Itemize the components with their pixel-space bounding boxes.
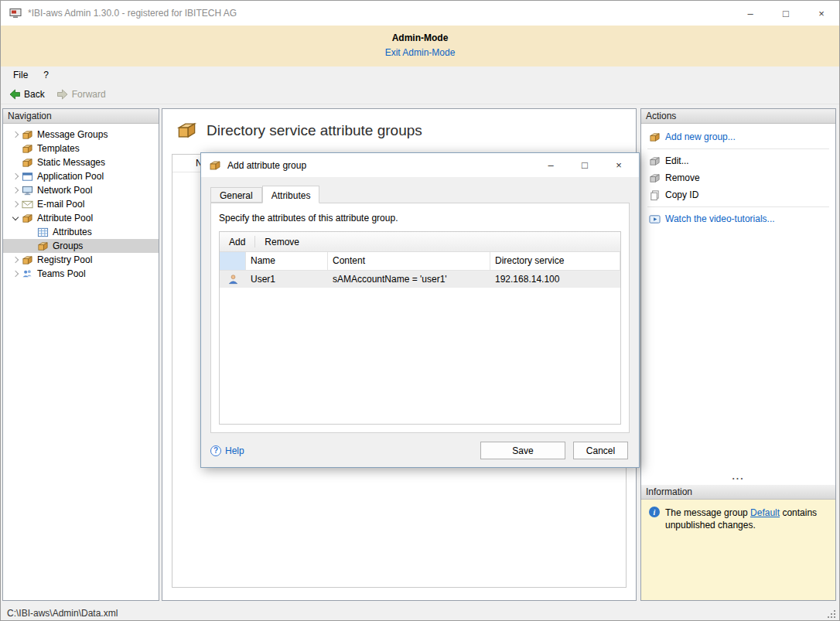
tab-attributes[interactable]: Attributes (262, 186, 320, 203)
nav-item-attribute-pool[interactable]: Attribute Pool (3, 211, 159, 225)
column-header-name[interactable]: Name (246, 252, 328, 270)
nav-item-teams-pool[interactable]: Teams Pool (3, 267, 159, 281)
close-icon: × (616, 159, 622, 171)
navigation-tree: Message Groups Templates Static Messages… (3, 124, 159, 281)
status-bar: C:\IBI-aws\Admin\Data.xml (1, 604, 839, 621)
templates-icon (22, 143, 33, 155)
nav-item-network-pool[interactable]: Network Pool (3, 183, 159, 197)
nav-item-registry-pool[interactable]: Registry Pool (3, 253, 159, 267)
column-header-content[interactable]: Content (328, 252, 490, 270)
nav-item-attributes[interactable]: Attributes (3, 225, 159, 239)
window-controls: – □ × (732, 1, 839, 26)
toolbar-separator (254, 236, 255, 247)
app-icon (9, 7, 22, 19)
nav-item-label: Application Pool (37, 171, 104, 182)
back-label: Back (24, 89, 45, 100)
help-link[interactable]: ? Help (210, 445, 244, 456)
save-button[interactable]: Save (480, 442, 565, 459)
dialog-content: Specify the attributes of this attribute… (210, 203, 630, 433)
info-text-before: The message group (665, 507, 750, 518)
resize-grip-icon[interactable] (834, 616, 835, 618)
dialog-window-controls: – □ × (534, 153, 636, 177)
copy-icon (649, 189, 661, 201)
watch-tutorials-label: Watch the video-tutorials... (665, 213, 775, 224)
tab-general[interactable]: General (210, 187, 262, 203)
menu-help[interactable]: ? (36, 67, 56, 84)
row-icon-cell (220, 271, 246, 288)
nav-item-label: Templates (37, 143, 80, 154)
network-pool-icon (22, 185, 33, 196)
table-row[interactable]: User1 sAMAccountName = 'user1' 192.168.1… (220, 271, 620, 288)
dialog-close-button[interactable]: × (602, 153, 636, 177)
copy-id-button[interactable]: Copy ID (641, 186, 835, 203)
cancel-button[interactable]: Cancel (573, 442, 628, 459)
information-header: Information (641, 485, 835, 500)
expand-icon[interactable] (9, 128, 22, 141)
watch-tutorials-link[interactable]: Watch the video-tutorials... (641, 210, 835, 227)
minimize-button[interactable]: – (732, 1, 768, 26)
forward-label: Forward (72, 89, 106, 100)
expand-icon[interactable] (9, 170, 22, 183)
registry-pool-icon (22, 254, 33, 266)
forward-arrow-icon (56, 88, 69, 101)
nav-item-templates[interactable]: Templates (3, 142, 159, 155)
information-text: The message group Default contains unpub… (665, 507, 828, 531)
expand-icon[interactable] (9, 198, 22, 210)
minimize-icon: – (548, 159, 553, 171)
column-header-directory-service[interactable]: Directory service (490, 252, 620, 270)
close-icon: × (818, 8, 825, 19)
nav-item-static-messages[interactable]: Static Messages (3, 155, 159, 169)
video-icon (649, 213, 661, 225)
dialog-minimize-button[interactable]: – (534, 153, 568, 177)
edit-label: Edit... (665, 155, 689, 166)
nav-item-label: E-mail Pool (37, 199, 84, 210)
nav-item-label: Groups (53, 241, 83, 251)
menu-file[interactable]: File (5, 67, 36, 84)
expand-placeholder (9, 142, 22, 155)
nav-toolbar: Back Forward (1, 84, 839, 104)
default-group-link[interactable]: Default (750, 507, 780, 518)
collapse-icon[interactable] (9, 212, 22, 224)
back-arrow-icon (9, 88, 21, 101)
minimize-icon: – (747, 8, 753, 19)
forward-button[interactable]: Forward (53, 87, 112, 102)
attributes-toolbar: Add Remove (220, 232, 620, 252)
nav-item-label: Message Groups (37, 129, 108, 140)
nav-item-label: Attributes (53, 227, 92, 237)
exit-admin-mode-link[interactable]: Exit Admin-Mode (385, 47, 456, 58)
expand-icon[interactable] (9, 254, 22, 266)
close-button[interactable]: × (804, 1, 839, 26)
remove-button[interactable]: Remove (641, 169, 835, 186)
add-new-group-label: Add new group... (665, 131, 736, 142)
edit-button[interactable]: Edit... (641, 152, 835, 169)
nav-item-label: Static Messages (37, 157, 105, 168)
column-header-icon[interactable] (220, 252, 246, 270)
nav-item-application-pool[interactable]: Application Pool (3, 169, 159, 183)
nav-item-email-pool[interactable]: E-mail Pool (3, 197, 159, 211)
back-button[interactable]: Back (5, 87, 51, 102)
add-new-group-button[interactable]: Add new group... (641, 128, 835, 145)
splitter-grip[interactable]: ... (641, 473, 835, 485)
dialog-maximize-button[interactable]: □ (568, 153, 602, 177)
attributes-table-header: Name Content Directory service (220, 252, 620, 271)
maximize-icon: □ (783, 8, 789, 19)
static-messages-icon (22, 157, 33, 169)
cell-directory-service: 192.168.14.100 (490, 271, 620, 288)
page-title: Directory service attribute groups (207, 122, 422, 139)
remove-attribute-button[interactable]: Remove (257, 234, 307, 250)
maximize-button[interactable]: □ (768, 1, 804, 26)
nav-item-message-groups[interactable]: Message Groups (3, 128, 159, 142)
user-icon (227, 274, 239, 285)
dialog-footer: ? Help Save Cancel (210, 442, 628, 459)
maximize-icon: □ (582, 159, 588, 171)
add-attribute-button[interactable]: Add (221, 234, 253, 250)
expand-icon[interactable] (9, 184, 22, 196)
expand-icon[interactable] (9, 268, 22, 280)
navigation-panel: Navigation Message Groups Templates Stat… (2, 108, 159, 601)
admin-mode-title: Admin-Mode (392, 32, 449, 43)
nav-item-groups[interactable]: Groups (3, 239, 159, 253)
help-label: Help (225, 445, 244, 456)
actions-separator (647, 148, 829, 149)
copy-id-label: Copy ID (665, 189, 698, 200)
groups-icon (37, 241, 49, 252)
